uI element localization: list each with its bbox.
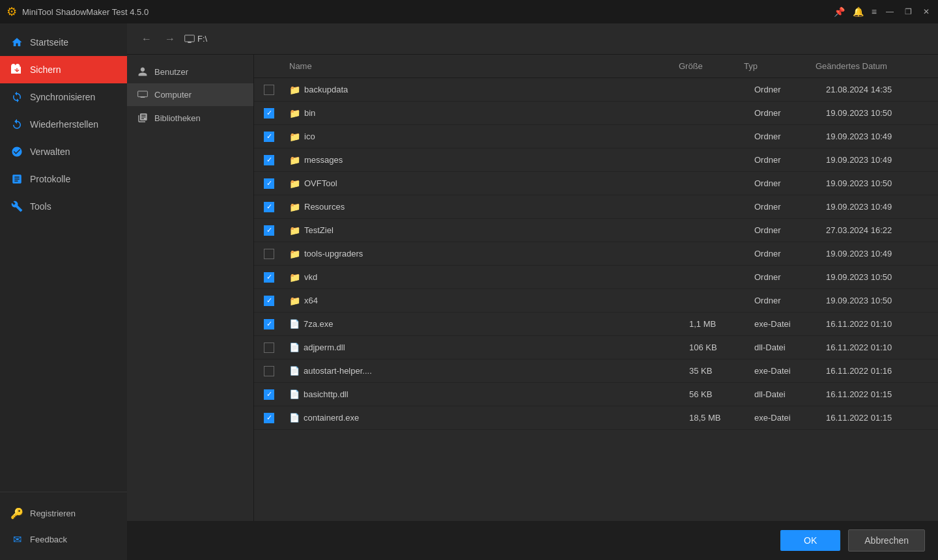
file-checkbox[interactable]: [264, 202, 274, 212]
file-name-cell: 📄basichttp.dll: [284, 389, 684, 399]
sidebar-item-sichern[interactable]: Sichern: [0, 56, 127, 83]
file-checkbox[interactable]: [264, 389, 274, 400]
file-checkbox[interactable]: [264, 296, 274, 306]
file-type-cell: Ordner: [749, 225, 821, 235]
key-icon: 🔑: [10, 507, 23, 520]
file-checkbox[interactable]: [264, 272, 274, 283]
file-type-cell: Ordner: [749, 108, 821, 118]
header-name: Name: [284, 61, 674, 71]
file-date-cell: 19.09.2023 10:50: [821, 108, 938, 118]
back-button[interactable]: ←: [137, 31, 156, 48]
file-name-cell: 📄autostart-helper....: [284, 366, 684, 376]
file-checkbox[interactable]: [264, 178, 274, 189]
sidebar-item-verwalten[interactable]: Verwalten: [0, 138, 127, 165]
sidebar-item-tools[interactable]: Tools: [0, 193, 127, 220]
manage-icon: [10, 145, 23, 158]
file-name: basichttp.dll: [304, 389, 348, 399]
file-icon: 📄: [289, 319, 300, 329]
table-row[interactable]: 📁x64Ordner19.09.2023 10:50: [254, 289, 938, 313]
file-date-cell: 19.09.2023 10:50: [821, 178, 938, 188]
user-tree-icon: [137, 66, 148, 77]
folder-icon: 📁: [289, 108, 300, 119]
file-name: x64: [304, 296, 318, 305]
table-row[interactable]: 📄containerd.exe18,5 MBexe-Datei16.11.202…: [254, 406, 938, 430]
table-row[interactable]: 📄basichttp.dll56 KBdll-Datei16.11.2022 0…: [254, 383, 938, 406]
sidebar-item-registrieren[interactable]: 🔑 Registrieren: [0, 500, 127, 526]
file-checkbox[interactable]: [264, 413, 274, 423]
file-name-cell: 📁TestZiel: [284, 225, 684, 236]
file-name-cell: 📁vkd: [284, 272, 684, 283]
row-check-cell: [254, 319, 284, 329]
table-row[interactable]: 📄autostart-helper....35 KBexe-Datei16.11…: [254, 359, 938, 383]
file-icon: 📄: [289, 366, 300, 376]
table-row[interactable]: 📁tools-upgradersOrdner19.09.2023 10:49: [254, 242, 938, 266]
file-checkbox[interactable]: [264, 343, 274, 353]
file-date-cell: 19.09.2023 10:49: [821, 249, 938, 259]
file-list-panel: Name Größe Typ Geändertes Datum 📁backupd…: [254, 55, 938, 521]
file-checkbox[interactable]: [264, 108, 274, 119]
file-date-cell: 19.09.2023 10:50: [821, 272, 938, 282]
forward-button[interactable]: →: [161, 31, 179, 48]
menu-icon[interactable]: ≡: [872, 7, 877, 17]
sync-icon: [10, 91, 23, 104]
file-type-cell: Ordner: [749, 272, 821, 282]
title-bar: ⚙ MiniTool ShadowMaker Test 4.5.0 📌 🔔 ≡ …: [0, 0, 938, 23]
table-row[interactable]: 📁TestZielOrdner27.03.2024 16:22: [254, 219, 938, 242]
file-browser: Benutzer Computer Bibliotheken Name Größ…: [127, 55, 938, 521]
file-checkbox[interactable]: [264, 85, 274, 95]
file-checkbox[interactable]: [264, 225, 274, 236]
file-checkbox[interactable]: [264, 155, 274, 165]
sidebar-item-feedback[interactable]: ✉ Feedback: [0, 526, 127, 552]
breadcrumb: F:\: [184, 34, 207, 44]
cancel-button[interactable]: Abbrechen: [848, 529, 925, 552]
tree-item-computer[interactable]: Computer: [127, 83, 253, 106]
ok-button[interactable]: OK: [780, 530, 840, 551]
sidebar-item-wiederherstellen[interactable]: Wiederherstellen: [0, 111, 127, 138]
library-tree-icon: [137, 113, 148, 123]
table-row[interactable]: 📁backupdataOrdner21.08.2024 14:35: [254, 78, 938, 102]
table-row[interactable]: 📄adjperm.dll106 KBdll-Datei16.11.2022 01…: [254, 336, 938, 359]
table-row[interactable]: 📁messagesOrdner19.09.2023 10:49: [254, 148, 938, 172]
file-size-cell: 106 KB: [684, 343, 749, 352]
file-date-cell: 27.03.2024 16:22: [821, 225, 938, 235]
folder-icon: 📁: [289, 155, 300, 165]
pin-icon[interactable]: 📌: [834, 7, 845, 17]
file-checkbox[interactable]: [264, 132, 274, 142]
sidebar-item-startseite[interactable]: Startseite: [0, 29, 127, 56]
file-list-body: 📁backupdataOrdner21.08.2024 14:35📁binOrd…: [254, 78, 938, 521]
tree-item-bibliotheken[interactable]: Bibliotheken: [127, 106, 253, 130]
restore-icon: [10, 118, 23, 131]
file-size-cell: 35 KB: [684, 366, 749, 376]
sidebar-item-synchronisieren[interactable]: Synchronisieren: [0, 83, 127, 111]
file-name-cell: 📁backupdata: [284, 85, 684, 95]
file-list-header: Name Größe Typ Geändertes Datum: [254, 55, 938, 78]
file-date-cell: 19.09.2023 10:50: [821, 296, 938, 305]
file-date-cell: 16.11.2022 01:10: [821, 319, 938, 329]
mail-icon: ✉: [10, 533, 23, 546]
notification-icon[interactable]: 🔔: [853, 7, 864, 17]
file-name-cell: 📄containerd.exe: [284, 413, 684, 423]
table-row[interactable]: 📁OVFToolOrdner19.09.2023 10:50: [254, 172, 938, 195]
logs-icon: [10, 173, 23, 186]
file-checkbox[interactable]: [264, 366, 274, 376]
file-checkbox[interactable]: [264, 249, 274, 259]
row-check-cell: [254, 225, 284, 236]
table-row[interactable]: 📄7za.exe1,1 MBexe-Datei16.11.2022 01:10: [254, 313, 938, 336]
maximize-button[interactable]: ❐: [903, 7, 913, 17]
app-logo-icon: ⚙: [7, 5, 17, 19]
file-name: tools-upgraders: [304, 249, 363, 259]
table-row[interactable]: 📁binOrdner19.09.2023 10:50: [254, 102, 938, 125]
minimize-button[interactable]: —: [885, 7, 895, 17]
close-button[interactable]: ✕: [921, 7, 931, 17]
toolbar: ← → F:\: [127, 23, 938, 55]
table-row[interactable]: 📁ResourcesOrdner19.09.2023 10:49: [254, 195, 938, 219]
tree-panel: Benutzer Computer Bibliotheken: [127, 55, 254, 521]
table-row[interactable]: 📁vkdOrdner19.09.2023 10:50: [254, 266, 938, 289]
file-type-cell: exe-Datei: [749, 319, 821, 329]
file-checkbox[interactable]: [264, 319, 274, 329]
table-row[interactable]: 📁icoOrdner19.09.2023 10:49: [254, 125, 938, 148]
file-date-cell: 19.09.2023 10:49: [821, 155, 938, 165]
sidebar-item-protokolle[interactable]: Protokolle: [0, 165, 127, 193]
tree-item-benutzer[interactable]: Benutzer: [127, 60, 253, 83]
file-date-cell: 16.11.2022 01:10: [821, 343, 938, 352]
